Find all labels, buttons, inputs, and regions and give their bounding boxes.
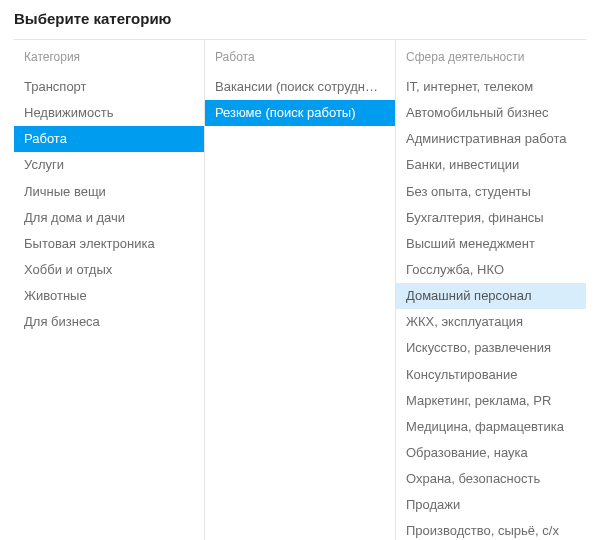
list-item[interactable]: Личные вещи (14, 179, 204, 205)
list-item[interactable]: Искусство, развлечения (396, 335, 586, 361)
list-item[interactable]: Бухгалтерия, финансы (396, 205, 586, 231)
list-item[interactable]: Госслужба, НКО (396, 257, 586, 283)
column-items: ТранспортНедвижимостьРаботаУслугиЛичные … (14, 74, 204, 335)
column-field: Сфера деятельности IT, интернет, телеком… (396, 40, 586, 540)
category-selector-modal: Выберите категорию Категория ТранспортНе… (0, 0, 600, 540)
list-item[interactable]: Бытовая электроника (14, 231, 204, 257)
list-item[interactable]: Услуги (14, 152, 204, 178)
list-item[interactable]: Маркетинг, реклама, PR (396, 388, 586, 414)
category-columns: Категория ТранспортНедвижимостьРаботаУсл… (14, 39, 586, 540)
list-item[interactable]: Транспорт (14, 74, 204, 100)
column-items: IT, интернет, телекомАвтомобильный бизне… (396, 74, 586, 540)
list-item[interactable]: Домашний персонал (396, 283, 586, 309)
list-item[interactable]: Продажи (396, 492, 586, 518)
list-item[interactable]: Банки, инвестиции (396, 152, 586, 178)
list-item[interactable]: Производство, сырьё, с/х (396, 518, 586, 540)
list-item[interactable]: Консультирование (396, 362, 586, 388)
modal-title: Выберите категорию (14, 10, 586, 27)
list-item[interactable]: Для бизнеса (14, 309, 204, 335)
column-subcategory: Работа Вакансии (поиск сотрудников)Резюм… (205, 40, 396, 540)
list-item[interactable]: Автомобильный бизнес (396, 100, 586, 126)
list-item[interactable]: Медицина, фармацевтика (396, 414, 586, 440)
list-item[interactable]: Хобби и отдых (14, 257, 204, 283)
list-item[interactable]: ЖКХ, эксплуатация (396, 309, 586, 335)
column-header: Сфера деятельности (396, 48, 586, 74)
list-item[interactable]: Образование, наука (396, 440, 586, 466)
list-item[interactable]: Без опыта, студенты (396, 179, 586, 205)
column-category: Категория ТранспортНедвижимостьРаботаУсл… (14, 40, 205, 540)
list-item[interactable]: Высший менеджмент (396, 231, 586, 257)
list-item[interactable]: Вакансии (поиск сотрудников) (205, 74, 395, 100)
list-item[interactable]: Резюме (поиск работы) (205, 100, 395, 126)
column-items: Вакансии (поиск сотрудников)Резюме (поис… (205, 74, 395, 126)
column-header: Категория (14, 48, 204, 74)
list-item[interactable]: Работа (14, 126, 204, 152)
list-item[interactable]: Для дома и дачи (14, 205, 204, 231)
list-item[interactable]: Животные (14, 283, 204, 309)
list-item[interactable]: Охрана, безопасность (396, 466, 586, 492)
column-header: Работа (205, 48, 395, 74)
list-item[interactable]: Административная работа (396, 126, 586, 152)
list-item[interactable]: Недвижимость (14, 100, 204, 126)
list-item[interactable]: IT, интернет, телеком (396, 74, 586, 100)
